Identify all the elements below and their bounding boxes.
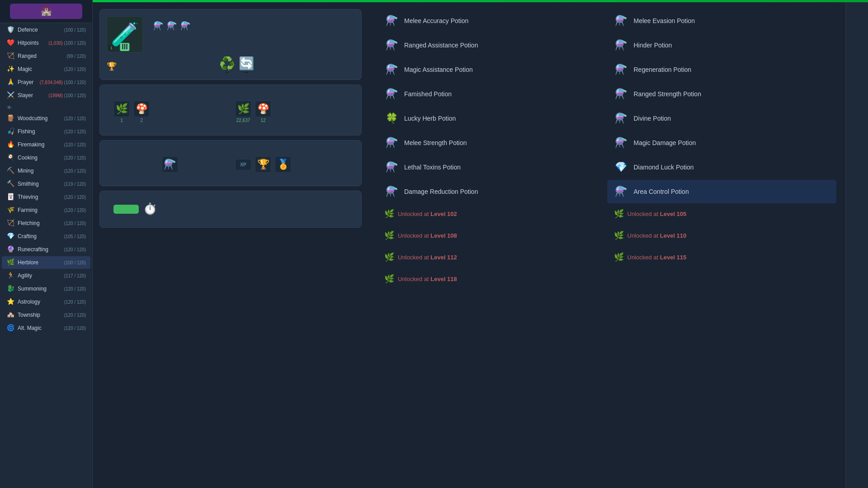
requires-card: 🌿 1 🍄 2 🌿 22,637 🍄 12 <box>99 84 362 136</box>
sidebar-item-slayer[interactable]: ⚔️ Slayer (199M) (100 / 120) <box>2 89 90 102</box>
sidebar-item-herblore[interactable]: 🌿 Herblore (100 / 120) <box>2 256 90 269</box>
trophy-icon: 🏆 <box>107 61 117 71</box>
potion-item-damage-reduction[interactable]: ⚗️ Damage Reduction Potion <box>377 180 607 203</box>
smithing-icon: 🔨 <box>6 180 14 188</box>
potion-item-diamond-luck[interactable]: 💎 Diamond Luck Potion <box>607 155 837 179</box>
diamond-luck-potion-icon: 💎 <box>614 160 628 174</box>
defence-icon: 🛡️ <box>6 26 14 34</box>
req-count-1: 2 <box>140 118 143 123</box>
recycle-icon: ♻️ <box>219 56 235 71</box>
xp-grant: XP <box>235 159 251 171</box>
agility-name: Agility <box>18 272 64 279</box>
melee-accuracy-potion-icon: ⚗️ <box>384 14 399 28</box>
potion-item-melee-accuracy[interactable]: ⚗️ Melee Accuracy Potion <box>377 9 607 33</box>
slayer-name: Slayer <box>18 92 48 99</box>
sidebar-item-agility[interactable]: 🏃 Agility (117 / 120) <box>2 269 90 282</box>
melee-strength-potion-name: Melee Strength Potion <box>404 139 467 146</box>
eye-icon[interactable]: 👁 <box>7 105 12 110</box>
have-col: 🌿 22,637 🍄 12 <box>235 97 348 123</box>
slayer-icon: ⚔️ <box>6 91 14 99</box>
area-control-potion-name: Area Control Potion <box>634 188 689 195</box>
potion-item-regeneration[interactable]: ⚗️ Regeneration Potion <box>607 58 837 81</box>
potion-item-lucky-herb[interactable]: 🍀 Lucky Herb Potion <box>377 107 607 130</box>
badge-2-pct <box>245 72 248 73</box>
runecrafting-name: Runecrafting <box>18 246 64 253</box>
sidebar-item-hitpoints[interactable]: ❤️ Hitpoints (1,030) (100 / 120) <box>2 37 90 49</box>
unlock-text: Unlocked at Level 115 <box>627 254 687 261</box>
divine-potion-name: Divine Potion <box>634 115 671 122</box>
requires-col: 🌿 1 🍄 2 <box>113 97 226 123</box>
non-combat-skills-section: 🪵 Woodcutting (120 / 120) 🎣 Fishing (120… <box>0 112 92 335</box>
req-icon-1: 🍄 <box>133 101 150 117</box>
unlock-text: Unlocked at Level 102 <box>398 211 457 217</box>
potion-item-ranged-assistance[interactable]: ⚗️ Ranged Assistance Potion <box>377 33 607 57</box>
township-icon: 🏘️ <box>6 311 14 319</box>
sidebar-item-defence[interactable]: 🛡️ Defence (100 / 120) <box>2 23 90 36</box>
potion-item-magic-assistance[interactable]: ⚗️ Magic Assistance Potion <box>377 58 607 81</box>
right-sidebar <box>845 2 868 488</box>
sidebar-item-astrology[interactable]: ⭐ Astrology (120 / 120) <box>2 296 90 308</box>
potion-item-magic-damage[interactable]: ⚗️ Magic Damage Potion <box>607 131 837 155</box>
sidebar-item-runecrafting[interactable]: 🔮 Runecrafting (120 / 120) <box>2 243 90 256</box>
xp-badges: ♻️ 🔄 <box>219 56 255 73</box>
cooking-icon: 🍳 <box>6 154 14 162</box>
magic-assistance-potion-icon: ⚗️ <box>384 62 399 77</box>
sidebar-item-thieving[interactable]: 🃏 Thieving (120 / 120) <box>2 191 90 203</box>
unlock-item-left-3: 🌿 Unlocked at Level 118 <box>377 268 607 289</box>
sidebar-item-prayer[interactable]: 🙏 Prayer (7,834,048) (100 / 120) <box>2 76 90 89</box>
woodcutting-icon: 🪵 <box>6 114 14 122</box>
sidebar-item-fletching[interactable]: 🏹 Fletching (120 / 120) <box>2 217 90 230</box>
mining-icon: ⛏️ <box>6 167 14 175</box>
sidebar-item-ranged[interactable]: 🏹 Ranged (99 / 120) <box>2 50 90 62</box>
potion-item-divine[interactable]: ⚗️ Divine Potion <box>607 107 837 130</box>
unlock-leaf-icon: 🌿 <box>384 209 394 219</box>
mastery-row: 🏆 <box>107 61 119 71</box>
tier-3-icon[interactable]: ⚗️ <box>180 21 190 31</box>
unlock-leaf-icon: 🌿 <box>614 252 624 262</box>
req-count-0: 1 <box>120 118 123 123</box>
sidebar: 🏰 🛡️ Defence (100 / 120) ❤️ Hitpoints (1… <box>0 0 93 488</box>
potion-item-melee-strength[interactable]: ⚗️ Melee Strength Potion <box>377 131 607 155</box>
melee-accuracy-potion-name: Melee Accuracy Potion <box>404 17 468 24</box>
potion-item-famished[interactable]: ⚗️ Famished Potion <box>377 82 607 106</box>
unlock-text: Unlocked at Level 108 <box>398 232 457 239</box>
prod-row: ⚗️ XP 🏆 <box>107 147 354 179</box>
medal-grant: 🏅 <box>275 156 291 174</box>
potion-item-area-control[interactable]: ⚗️ Area Control Potion <box>607 180 837 203</box>
alt_magic-name: Alt. Magic <box>18 325 64 331</box>
create-card: 🧪 III 1 ⚗️ ⚗️ ⚗️ <box>99 9 362 80</box>
sidebar-item-township[interactable]: 🏘️ Township (120 / 120) <box>2 309 90 321</box>
unlock-item-right-1: 🌿 Unlocked at Level 110 <box>607 225 837 246</box>
sidebar-item-fishing[interactable]: 🎣 Fishing (120 / 120) <box>2 125 90 138</box>
potion-image: 🧪 III 1 <box>107 16 143 52</box>
xp-badge-2: 🔄 <box>239 56 255 73</box>
tier-2-icon[interactable]: ⚗️ <box>167 21 177 31</box>
sidebar-item-farming[interactable]: 🌾 Farming (120 / 120) <box>2 204 90 216</box>
tier-1-icon[interactable]: ⚗️ <box>153 21 163 31</box>
sidebar-item-summoning[interactable]: 🐉 Summoning (120 / 120) <box>2 282 90 295</box>
xp-label: XP <box>235 159 251 170</box>
sidebar-item-alt_magic[interactable]: 🌀 Alt. Magic (120 / 120) <box>2 322 90 334</box>
potion-item-ranged-strength[interactable]: ⚗️ Ranged Strength Potion <box>607 82 837 106</box>
produces-card: ⚗️ XP 🏆 <box>99 140 362 186</box>
potion-item-lethal-toxins[interactable]: ⚗️ Lethal Toxins Potion <box>377 155 607 179</box>
grant-trophy-icon: 🏆 <box>255 156 271 173</box>
diamond-luck-potion-name: Diamond Luck Potion <box>634 164 694 171</box>
sidebar-item-woodcutting[interactable]: 🪵 Woodcutting (120 / 120) <box>2 112 90 125</box>
sidebar-item-magic[interactable]: ✨ Magic (120 / 120) <box>2 63 90 75</box>
magic-icon: ✨ <box>6 65 14 73</box>
sidebar-item-smithing[interactable]: 🔨 Smithing (119 / 120) <box>2 178 90 190</box>
potion-item-melee-evasion[interactable]: ⚗️ Melee Evasion Potion <box>607 9 837 33</box>
requires-items: 🌿 1 🍄 2 <box>113 101 226 123</box>
sidebar-item-cooking[interactable]: 🍳 Cooking (120 / 120) <box>2 151 90 164</box>
potion-item-hinder[interactable]: ⚗️ Hinder Potion <box>607 33 837 57</box>
unlock-leaf-icon: 🌿 <box>384 252 394 262</box>
sidebar-item-crafting[interactable]: 💎 Crafting (105 / 120) <box>2 230 90 243</box>
sidebar-item-mining[interactable]: ⛏️ Mining (120 / 120) <box>2 164 90 177</box>
sidebar-item-firemaking[interactable]: 🔥 Firemaking (120 / 120) <box>2 138 90 151</box>
create-panel: 🧪 III 1 ⚗️ ⚗️ ⚗️ <box>93 2 368 488</box>
magic-name: Magic <box>18 66 64 72</box>
unlock-text: Unlocked at Level 112 <box>398 254 457 261</box>
create-button[interactable] <box>113 205 139 214</box>
regeneration-potion-name: Regeneration Potion <box>634 66 692 73</box>
